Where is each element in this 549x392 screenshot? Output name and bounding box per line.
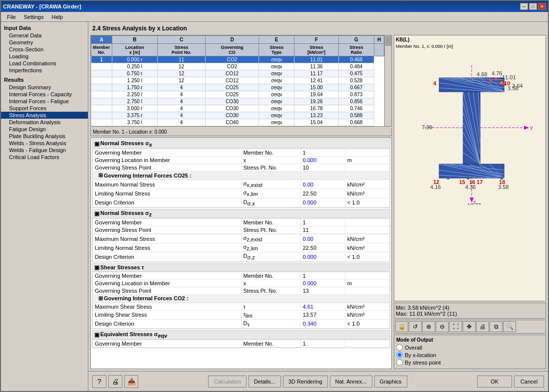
calculation-button[interactable]: Calculation [208,376,246,388]
cell-stress-pt-tau: Governing Stress Point [93,287,242,294]
cell-location-label: Governing Location in Member [93,157,242,164]
sidebar-item-design-summary[interactable]: Design Summary [1,84,88,91]
normal-stress-x-header[interactable]: ▣ Normal Stresses σx [92,140,390,149]
scrollbar-thumb[interactable] [385,36,391,46]
table-row[interactable]: 0.750 r12CO12σeqv11.170.475 [91,70,384,77]
co2-header[interactable]: ⊞ Governing Internal Forces CO2 : [92,295,390,303]
cell-stress-pt-z-no: Stress Pt. No. [241,226,300,233]
sidebar-item-support-forces[interactable]: Support Forces [1,105,88,112]
cell-row5-col3: CO25 [205,91,259,98]
sidebar-item-critical-load-factors[interactable]: Critical Load Factors [1,154,88,161]
cell-row1-col0 [91,63,112,70]
diag-btn-refresh[interactable]: ↺ [409,321,422,332]
cancel-button[interactable]: Cancel [514,376,544,388]
radio-overall[interactable]: Overall [396,344,544,351]
diag-btn-lock[interactable]: 🔒 [395,321,408,332]
radio-by-stress-pt[interactable]: By stress point [396,359,544,366]
diag-btn-copy[interactable]: ⧉ [490,321,503,332]
table-row[interactable]: 2.250 l4CO25σeqv19.640.873 [91,91,384,98]
table-row[interactable]: 0.250 l12CO2σeqv11.360.484 [91,63,384,70]
close-button[interactable]: ✕ [538,3,546,10]
sidebar-item-geometry[interactable]: Geometry [1,39,88,46]
cell-row3-col6: 0.528 [338,77,374,84]
diag-btn-zoom-in[interactable]: ⊕ [422,321,435,332]
cell-row9-col2: 4 [158,119,206,126]
cell-member-no-z-val: 1 [300,218,345,226]
export-icon-button[interactable]: 📤 [124,375,138,388]
cell-location-tau: Governing Location in Member [93,279,242,287]
normal-stress-z-header[interactable]: ▣ Normal Stresses σz [92,209,390,218]
menu-help[interactable]: Help [47,13,67,21]
svg-text:4.68: 4.68 [477,71,487,77]
table-row: Limiting Shear Stress τlim 13.57 kN/cm² [93,310,390,319]
cell-row7-col4: σeqv [259,105,294,112]
diagram-subtitle: Member No. 1, x: 0.000 r [m] [394,44,546,50]
nat-annex-button[interactable]: Nat. Annex... [330,376,372,388]
sidebar-item-fatigue-design[interactable]: Fatigue Design [1,126,88,133]
radio-by-stress-pt-input[interactable] [396,359,403,366]
graphics-button[interactable]: Graphics [374,376,407,388]
cell-member-no-z-unit [345,218,389,226]
sidebar-item-internal-forces-capacity[interactable]: Internal Forces - Capacity [1,91,88,98]
co25-header[interactable]: ⊞ Governing Internal Forces CO25 : [92,172,390,180]
sidebar-item-plate-buckling[interactable]: Plate Buckling Analysis [1,133,88,140]
sidebar-item-stress-analysis[interactable]: Stress Analysis [1,112,88,119]
cell-stress-pt-no-label: Stress Pt. No. [241,164,300,172]
print-icon-button[interactable]: 🖨 [108,375,122,388]
sidebar-item-deformation-analysis[interactable]: Deformation Analysis [1,119,88,126]
maximize-button[interactable]: □ [529,3,537,10]
diagram-area: KB(L) Member No. 1, x: 0.000 r [m] [394,35,546,301]
help-icon-button[interactable]: ? [92,375,106,388]
minimize-button[interactable]: ─ [520,3,528,10]
sidebar-item-load-combinations[interactable]: Load Combinations [1,60,88,67]
col-header-b: B [112,36,158,44]
diag-btn-print[interactable]: 🖨 [476,321,489,332]
table-row[interactable]: 1.750 r4CO25σeqv15.000.667 [91,84,384,91]
table-row[interactable]: 3.750 l4CO40σeqv15.040.668 [91,119,384,126]
radio-by-x-input[interactable] [396,352,403,358]
sidebar-item-welds-stress[interactable]: Welds - Stress Analysis [1,140,88,147]
sidebar-item-general-data[interactable]: General Data [1,32,88,39]
sidebar-item-loading[interactable]: Loading [1,53,88,60]
sidebar-item-imperfections[interactable]: Imperfections [1,67,88,74]
cell-row6-col0 [91,98,112,105]
collapse-icon-eqv: ▣ [94,332,99,338]
table-row: Governing Member Member No. 1 [93,272,390,279]
diag-btn-zoom-out[interactable]: ⊖ [436,321,449,332]
table-row[interactable]: 3.000 r4CO30σeqv16.780.746 [91,105,384,112]
min-value-row: Min: 3.58 kN/cm^2 (4) [396,305,544,311]
menu-file[interactable]: File [3,13,20,21]
3d-rendering-button[interactable]: 3D Rendering [283,376,328,388]
diag-btn-fit[interactable]: ⛶ [449,321,462,332]
table-row[interactable]: 1.250 l12CO12σeqv12.410.528 [91,77,384,84]
mode-output-section: Mode of Output Overall By x-location By … [394,335,546,369]
cell-row4-col5: 15.00 [294,84,339,91]
menu-settings[interactable]: Settings [20,13,48,21]
detail-scroll[interactable]: ▣ Normal Stresses σx Governing Member Me… [91,138,391,359]
details-button[interactable]: Details... [249,376,281,388]
radio-by-x[interactable]: By x-location [396,352,544,358]
ok-button[interactable]: OK [477,376,512,388]
cell-row9-col6: 0.668 [338,119,374,126]
cell-tau-lim: τlim [241,310,300,319]
sidebar-item-cross-section[interactable]: Cross-Section [1,46,88,53]
table-row: Governing Stress Point Stress Pt. No. 11 [93,226,390,233]
min-label: Min: [396,305,406,311]
table-scrollbar[interactable] [384,35,391,126]
radio-overall-input[interactable] [396,344,403,351]
table-row: Governing Member Member No. 1 [93,149,390,157]
sidebar-item-internal-forces-fatigue[interactable]: Internal Forces - Fatigue [1,98,88,105]
shear-stress-header[interactable]: ▣ Shear Stresses τ [92,264,390,272]
equiv-stress-title: Equivalent Stresses σeqv [100,331,167,339]
normal-stress-x-table: Governing Member Member No. 1 Governing … [92,149,390,172]
table-row[interactable]: 3.375 r4CO30σeqv13.230.588 [91,112,384,119]
table-row[interactable]: 2.750 l4CO30σeqv19.260.856 [91,98,384,105]
diag-btn-search[interactable]: 🔍 [503,321,516,332]
cell-row6-col3: CO30 [205,98,259,105]
equiv-stress-header[interactable]: ▣ Equivalent Stresses σeqv [92,331,390,340]
svg-text:4: 4 [433,80,437,86]
sidebar-item-welds-fatigue[interactable]: Welds - Fatigue Design [1,147,88,154]
diag-btn-move[interactable]: ✥ [463,321,476,332]
table-row[interactable]: 10.000 r11CO2σeqv11.010.468 [91,56,384,63]
table-row: Maximum Shear Stress τ 4.61 kN/cm² [93,303,390,310]
